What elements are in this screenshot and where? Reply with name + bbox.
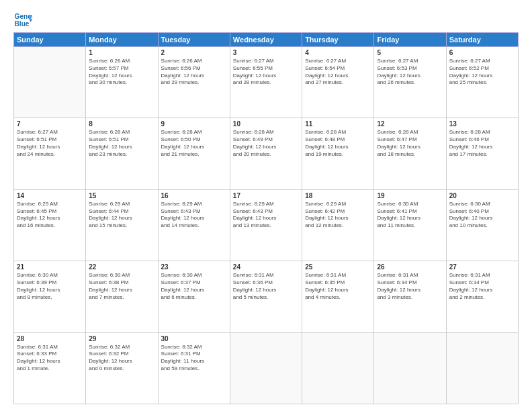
cell-info: Sunrise: 6:31 AM Sunset: 6:34 PM Dayligh… (377, 272, 443, 301)
calendar-cell (14, 47, 86, 118)
cell-info: Sunrise: 6:31 AM Sunset: 6:34 PM Dayligh… (449, 272, 515, 301)
calendar-cell: 21Sunrise: 6:30 AM Sunset: 6:39 PM Dayli… (14, 261, 86, 332)
logo: General Blue (13, 11, 35, 30)
cell-info: Sunrise: 6:32 AM Sunset: 6:32 PM Dayligh… (89, 344, 154, 373)
cell-info: Sunrise: 6:29 AM Sunset: 6:43 PM Dayligh… (233, 201, 299, 230)
cell-date: 25 (305, 263, 371, 271)
cell-date: 27 (449, 263, 515, 271)
calendar-cell (374, 332, 446, 404)
cell-info: Sunrise: 6:29 AM Sunset: 6:43 PM Dayligh… (161, 201, 227, 230)
cell-date: 17 (233, 192, 299, 199)
cell-info: Sunrise: 6:31 AM Sunset: 6:36 PM Dayligh… (233, 272, 299, 301)
day-header-wednesday: Wednesday (230, 33, 302, 47)
cell-date: 18 (305, 192, 371, 199)
cell-info: Sunrise: 6:30 AM Sunset: 6:40 PM Dayligh… (449, 201, 515, 230)
calendar-cell: 17Sunrise: 6:29 AM Sunset: 6:43 PM Dayli… (230, 189, 302, 261)
calendar-cell: 30Sunrise: 6:32 AM Sunset: 6:31 PM Dayli… (158, 332, 230, 404)
calendar: SundayMondayTuesdayWednesdayThursdayFrid… (13, 32, 519, 404)
calendar-cell: 1Sunrise: 6:26 AM Sunset: 6:57 PM Daylig… (86, 47, 158, 118)
cell-info: Sunrise: 6:26 AM Sunset: 6:56 PM Dayligh… (161, 58, 227, 87)
cell-info: Sunrise: 6:30 AM Sunset: 6:39 PM Dayligh… (17, 272, 83, 301)
calendar-cell (446, 332, 518, 404)
cell-date: 26 (377, 263, 443, 271)
cell-info: Sunrise: 6:26 AM Sunset: 6:57 PM Dayligh… (89, 58, 154, 87)
cell-info: Sunrise: 6:32 AM Sunset: 6:31 PM Dayligh… (161, 344, 227, 373)
calendar-cell: 10Sunrise: 6:28 AM Sunset: 6:49 PM Dayli… (230, 118, 302, 189)
cell-date: 22 (89, 263, 154, 271)
cell-date: 30 (161, 335, 227, 342)
cell-info: Sunrise: 6:29 AM Sunset: 6:44 PM Dayligh… (89, 201, 154, 230)
cell-date: 5 (377, 49, 443, 56)
cell-info: Sunrise: 6:30 AM Sunset: 6:41 PM Dayligh… (377, 201, 443, 230)
cell-info: Sunrise: 6:29 AM Sunset: 6:45 PM Dayligh… (17, 201, 83, 230)
cell-info: Sunrise: 6:27 AM Sunset: 6:54 PM Dayligh… (305, 58, 371, 87)
calendar-cell: 16Sunrise: 6:29 AM Sunset: 6:43 PM Dayli… (158, 189, 230, 261)
cell-info: Sunrise: 6:28 AM Sunset: 6:48 PM Dayligh… (305, 129, 371, 158)
calendar-cell (230, 332, 302, 404)
cell-info: Sunrise: 6:31 AM Sunset: 6:35 PM Dayligh… (305, 272, 371, 301)
cell-info: Sunrise: 6:30 AM Sunset: 6:38 PM Dayligh… (89, 272, 154, 301)
cell-info: Sunrise: 6:29 AM Sunset: 6:42 PM Dayligh… (305, 201, 371, 230)
day-header-sunday: Sunday (14, 33, 86, 47)
calendar-cell: 15Sunrise: 6:29 AM Sunset: 6:44 PM Dayli… (86, 189, 158, 261)
cell-date: 6 (449, 49, 515, 56)
calendar-cell: 14Sunrise: 6:29 AM Sunset: 6:45 PM Dayli… (14, 189, 86, 261)
calendar-cell: 20Sunrise: 6:30 AM Sunset: 6:40 PM Dayli… (446, 189, 518, 261)
cell-date: 15 (89, 192, 154, 199)
cell-info: Sunrise: 6:31 AM Sunset: 6:33 PM Dayligh… (17, 344, 83, 373)
cell-date: 29 (89, 335, 154, 342)
calendar-cell: 24Sunrise: 6:31 AM Sunset: 6:36 PM Dayli… (230, 261, 302, 332)
cell-info: Sunrise: 6:27 AM Sunset: 6:55 PM Dayligh… (233, 58, 299, 87)
cell-date: 21 (17, 263, 83, 271)
cell-info: Sunrise: 6:27 AM Sunset: 6:53 PM Dayligh… (377, 58, 443, 87)
calendar-cell: 5Sunrise: 6:27 AM Sunset: 6:53 PM Daylig… (374, 47, 446, 118)
calendar-cell: 4Sunrise: 6:27 AM Sunset: 6:54 PM Daylig… (302, 47, 374, 118)
cell-info: Sunrise: 6:27 AM Sunset: 6:52 PM Dayligh… (449, 58, 515, 87)
cell-date: 20 (449, 192, 515, 199)
cell-date: 3 (233, 49, 299, 56)
cell-date: 8 (89, 120, 154, 128)
cell-date: 14 (17, 192, 83, 199)
day-header-monday: Monday (86, 33, 158, 47)
svg-text:Blue: Blue (15, 20, 30, 28)
day-header-thursday: Thursday (302, 33, 374, 47)
cell-info: Sunrise: 6:28 AM Sunset: 6:49 PM Dayligh… (233, 129, 299, 158)
calendar-cell: 8Sunrise: 6:28 AM Sunset: 6:51 PM Daylig… (86, 118, 158, 189)
calendar-cell: 12Sunrise: 6:28 AM Sunset: 6:47 PM Dayli… (374, 118, 446, 189)
calendar-cell: 22Sunrise: 6:30 AM Sunset: 6:38 PM Dayli… (86, 261, 158, 332)
calendar-cell: 3Sunrise: 6:27 AM Sunset: 6:55 PM Daylig… (230, 47, 302, 118)
calendar-cell: 2Sunrise: 6:26 AM Sunset: 6:56 PM Daylig… (158, 47, 230, 118)
calendar-cell: 25Sunrise: 6:31 AM Sunset: 6:35 PM Dayli… (302, 261, 374, 332)
cell-date: 23 (161, 263, 227, 271)
calendar-cell: 29Sunrise: 6:32 AM Sunset: 6:32 PM Dayli… (86, 332, 158, 404)
calendar-cell: 7Sunrise: 6:27 AM Sunset: 6:51 PM Daylig… (14, 118, 86, 189)
cell-date: 11 (305, 120, 371, 128)
calendar-cell: 26Sunrise: 6:31 AM Sunset: 6:34 PM Dayli… (374, 261, 446, 332)
calendar-cell: 11Sunrise: 6:28 AM Sunset: 6:48 PM Dayli… (302, 118, 374, 189)
calendar-cell: 9Sunrise: 6:28 AM Sunset: 6:50 PM Daylig… (158, 118, 230, 189)
cell-info: Sunrise: 6:27 AM Sunset: 6:51 PM Dayligh… (17, 129, 83, 158)
calendar-cell: 27Sunrise: 6:31 AM Sunset: 6:34 PM Dayli… (446, 261, 518, 332)
calendar-cell: 23Sunrise: 6:30 AM Sunset: 6:37 PM Dayli… (158, 261, 230, 332)
calendar-cell (302, 332, 374, 404)
day-header-tuesday: Tuesday (158, 33, 230, 47)
day-header-friday: Friday (374, 33, 446, 47)
cell-date: 28 (17, 335, 83, 342)
calendar-cell: 28Sunrise: 6:31 AM Sunset: 6:33 PM Dayli… (14, 332, 86, 404)
cell-date: 13 (449, 120, 515, 128)
cell-date: 19 (377, 192, 443, 199)
cell-info: Sunrise: 6:30 AM Sunset: 6:37 PM Dayligh… (161, 272, 227, 301)
cell-info: Sunrise: 6:28 AM Sunset: 6:50 PM Dayligh… (161, 129, 227, 158)
cell-date: 4 (305, 49, 371, 56)
cell-info: Sunrise: 6:28 AM Sunset: 6:46 PM Dayligh… (449, 129, 515, 158)
cell-date: 1 (89, 49, 154, 56)
svg-marker-3 (29, 19, 32, 22)
cell-date: 7 (17, 120, 83, 128)
cell-date: 9 (161, 120, 227, 128)
calendar-cell: 13Sunrise: 6:28 AM Sunset: 6:46 PM Dayli… (446, 118, 518, 189)
cell-date: 12 (377, 120, 443, 128)
cell-date: 2 (161, 49, 227, 56)
cell-info: Sunrise: 6:28 AM Sunset: 6:47 PM Dayligh… (377, 129, 443, 158)
calendar-cell: 6Sunrise: 6:27 AM Sunset: 6:52 PM Daylig… (446, 47, 518, 118)
cell-date: 24 (233, 263, 299, 271)
